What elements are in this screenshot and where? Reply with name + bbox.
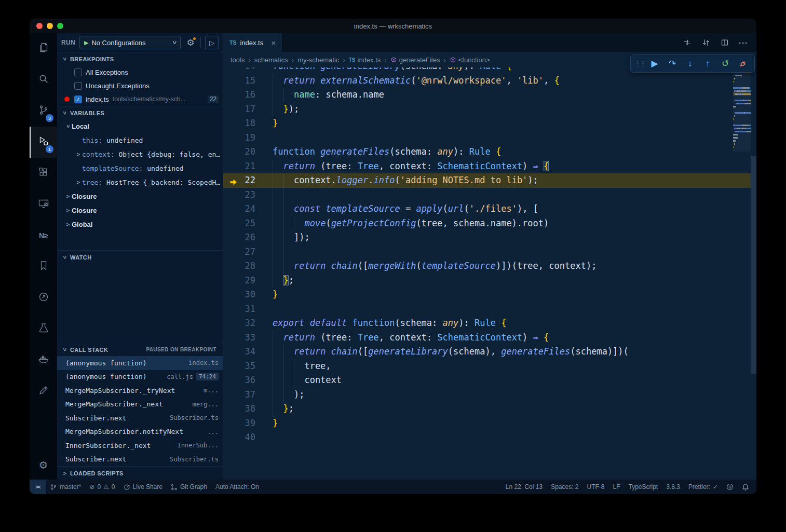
line-number[interactable]: 21 <box>223 159 273 174</box>
call-stack-frame[interactable]: MergeMapSubscriber._tryNextm... <box>57 384 223 398</box>
notifications-item[interactable] <box>738 480 753 494</box>
code-line[interactable]: 29 }; <box>223 274 756 288</box>
line-number[interactable]: 16 <box>223 88 273 102</box>
encoding-item[interactable]: UTF-8 <box>583 480 609 494</box>
variable-row[interactable]: >templateSource: undefined <box>57 161 223 175</box>
line-number[interactable]: 28 <box>223 259 273 274</box>
feedback-item[interactable] <box>722 480 738 494</box>
variable-row[interactable]: >context: Object {debug: false, en… <box>57 147 223 161</box>
remote-indicator[interactable]: >< <box>30 480 46 494</box>
line-number[interactable]: 17 <box>223 102 273 117</box>
code-line[interactable]: 30} <box>223 288 756 302</box>
code-line[interactable]: 35 tree, <box>223 359 756 374</box>
call-stack-frame[interactable]: Subscriber.nextSubscriber.ts <box>57 453 223 467</box>
variables-header[interactable]: > VARIABLES <box>57 106 223 119</box>
debug-settings-gear[interactable]: ⚙ <box>185 37 196 48</box>
ts-version-item[interactable]: 3.8.3 <box>662 480 684 494</box>
tab-index-ts[interactable]: TS index.ts × <box>223 33 282 52</box>
code-line[interactable]: 33 return (tree: Tree, context: Schemati… <box>223 331 756 345</box>
indentation-item[interactable]: Spaces: 2 <box>547 480 582 494</box>
breakpoint-row[interactable]: All Exceptions <box>57 65 223 79</box>
call-stack-frame[interactable]: Subscriber.nextSubscriber.ts <box>57 411 223 425</box>
close-tab-icon[interactable]: × <box>271 38 276 47</box>
line-number[interactable]: 40 <box>223 430 273 445</box>
code-line[interactable]: 15 return externalSchematic('@nrwl/works… <box>223 74 756 88</box>
code-line[interactable]: 25 move(getProjectConfig(tree, schema.na… <box>223 216 756 231</box>
git-graph-item[interactable]: Git Graph <box>167 480 211 494</box>
problems-item[interactable]: ⊘ 0 ⚠ 0 <box>85 480 119 494</box>
line-number[interactable]: 23 <box>223 188 273 202</box>
restart-button[interactable]: ↺ <box>717 56 734 72</box>
breakpoint-checkbox[interactable]: ✓ <box>74 96 82 103</box>
line-number[interactable]: 20 <box>223 145 273 159</box>
call-stack-frame[interactable]: InnerSubscriber._nextInnerSub... <box>57 439 223 453</box>
watch-header[interactable]: > WATCH <box>57 250 223 264</box>
activity-edit[interactable] <box>30 376 57 407</box>
code-area[interactable]: 14function generateLibrary(schema: any):… <box>223 67 756 480</box>
line-number[interactable]: 14 <box>223 67 273 74</box>
activity-manage[interactable]: ⚙ <box>30 451 57 480</box>
close-window-button[interactable] <box>36 23 43 29</box>
variable-row[interactable]: >tree: HostTree {_backend: ScopedH… <box>57 175 223 189</box>
code-line[interactable]: 17 }); <box>223 102 756 117</box>
code-line[interactable]: 19 <box>223 131 756 145</box>
line-number[interactable]: 29 <box>223 274 273 288</box>
debug-config-dropdown[interactable]: ▶ No Configurations > <box>79 36 181 49</box>
code-line[interactable]: 21 return (tree: Tree, context: Schemati… <box>223 159 756 174</box>
code-line[interactable]: 40 <box>223 430 756 445</box>
breakpoint-row[interactable]: ✓index.tstools/schematics/my-sch...22 <box>57 92 223 106</box>
breadcrumb-item[interactable]: TSindex.ts <box>349 56 381 64</box>
breakpoints-header[interactable]: > BREAKPOINTS <box>57 52 223 65</box>
line-number[interactable]: 27 <box>223 245 273 260</box>
line-number[interactable]: 24 <box>223 202 273 216</box>
code-line[interactable]: 34 return chain([generateLibrary(schema)… <box>223 345 756 359</box>
code-line[interactable]: 38 }; <box>223 402 756 416</box>
code-line[interactable]: 23 <box>223 188 756 202</box>
code-line[interactable]: 39} <box>223 416 756 431</box>
prettier-item[interactable]: Prettier: ✓ <box>684 480 722 494</box>
line-number[interactable]: 36 <box>223 373 273 388</box>
activity-run-debug[interactable]: 1 <box>30 127 57 158</box>
breakpoint-checkbox[interactable] <box>74 82 82 90</box>
activity-live-share[interactable] <box>30 282 57 313</box>
code-line[interactable]: 26 ]); <box>223 230 756 245</box>
line-number[interactable]: 33 <box>223 331 273 345</box>
git-branch-item[interactable]: master* <box>46 480 85 494</box>
variable-scope-row[interactable]: >Closure <box>57 203 223 217</box>
activity-source-control[interactable]: 3 <box>30 96 57 127</box>
loaded-scripts-header[interactable]: > LOADED SCRIPTS <box>57 466 223 480</box>
line-number[interactable]: 19 <box>223 131 273 145</box>
step-over-button[interactable]: ↷ <box>664 56 681 72</box>
line-number[interactable]: 35 <box>223 359 273 374</box>
variable-scope-row[interactable]: >Local <box>57 119 223 133</box>
activity-explorer[interactable] <box>30 33 57 64</box>
code-line[interactable]: 16 name: schema.name <box>223 88 756 102</box>
code-line[interactable]: 36 context <box>223 373 756 388</box>
toolbar-drag-handle-icon[interactable]: ⋮⋮ <box>634 56 645 72</box>
auto-attach-item[interactable]: Auto Attach: On <box>211 480 263 494</box>
activity-remote-explorer[interactable] <box>30 189 57 220</box>
line-number[interactable]: 22 <box>223 173 273 188</box>
variable-scope-row[interactable]: >Closure <box>57 189 223 203</box>
code-line[interactable]: 24 const templateSource = apply(url('./f… <box>223 202 756 216</box>
call-stack-header[interactable]: > CALL STACK PAUSED ON BREAKPOINT <box>57 343 223 356</box>
activity-nx-console[interactable]: N≥ <box>30 220 57 251</box>
continue-button[interactable]: ▶ <box>646 56 663 72</box>
start-debug-icon[interactable]: ▶ <box>84 39 88 46</box>
breadcrumb-item[interactable]: <function> <box>450 56 490 64</box>
line-number[interactable]: 31 <box>223 302 273 317</box>
split-editor-icon[interactable] <box>718 36 731 49</box>
title-bar[interactable]: index.ts — wrkschematics <box>30 19 756 33</box>
open-changes-icon[interactable] <box>681 36 694 49</box>
code-line[interactable]: 32export default function(schema: any): … <box>223 316 756 331</box>
step-out-button[interactable]: ↑ <box>699 56 716 72</box>
call-stack-frame[interactable]: MergeMapSubscriber.notifyNext... <box>57 425 223 439</box>
code-line[interactable]: 18} <box>223 116 756 131</box>
variable-scope-row[interactable]: >Global <box>57 217 223 231</box>
activity-extensions[interactable] <box>30 158 57 189</box>
activity-docker[interactable] <box>30 345 57 376</box>
call-stack-frame[interactable]: (anonymous function)index.ts <box>57 356 223 370</box>
line-number[interactable]: 34 <box>223 345 273 359</box>
eol-item[interactable]: LF <box>609 480 625 494</box>
call-stack-frame[interactable]: MergeMapSubscriber._nextmerg... <box>57 398 223 412</box>
